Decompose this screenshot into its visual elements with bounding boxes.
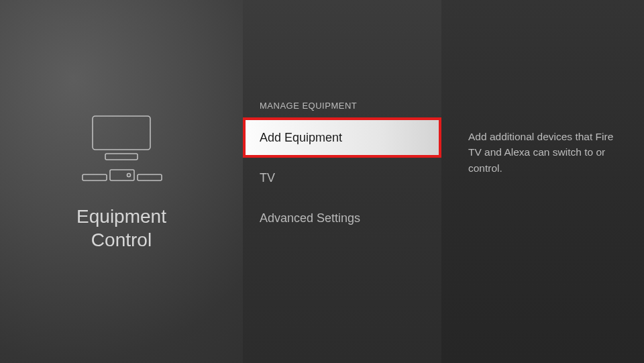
menu-item-label: TV <box>260 171 275 185</box>
menu-panel: MANAGE EQUIPMENT Add Equipment TV Advanc… <box>243 0 441 363</box>
svg-rect-2 <box>83 174 107 180</box>
menu-item-label: Advanced Settings <box>260 211 360 225</box>
menu-item-tv[interactable]: TV <box>243 158 441 198</box>
help-text: Add additional devices that Fire TV and … <box>468 129 625 176</box>
svg-rect-0 <box>93 116 150 150</box>
section-header: MANAGE EQUIPMENT <box>243 101 441 117</box>
menu-item-add-equipment[interactable]: Add Equipment <box>243 117 441 158</box>
left-panel: Equipment Control <box>0 0 243 363</box>
equipment-icon <box>64 112 178 186</box>
svg-rect-5 <box>138 174 162 180</box>
menu-item-label: Add Equipment <box>260 131 342 145</box>
svg-rect-1 <box>105 154 138 160</box>
detail-panel: Add additional devices that Fire TV and … <box>441 0 644 363</box>
menu-item-advanced-settings[interactable]: Advanced Settings <box>243 198 441 238</box>
page-title: Equipment Control <box>76 205 166 252</box>
svg-point-4 <box>127 173 131 176</box>
